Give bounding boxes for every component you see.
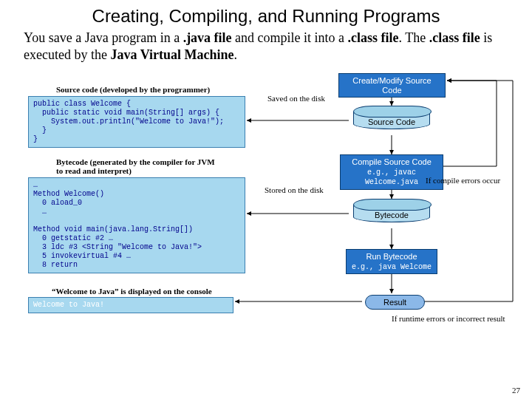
code-bytecode: … Method Welcome() 0 aload_0 … Method vo… [28,177,245,273]
cylinder-source: Source Code [353,106,430,129]
caption-bytecode: Bytecode (generated by the compiler for … [56,157,215,175]
note-stored: Stored on the disk [265,185,324,194]
caption-output: “Welcome to Java” is displayed on the co… [52,287,212,296]
step-run: Run Bytecode e.g., java Welcome [346,249,437,274]
step-result: Result [365,295,425,310]
code-source: public class Welcome { public static voi… [28,96,245,148]
intro-text: You save a Java program in a .java file … [24,30,508,63]
note-compile-error: If compile errors occur [426,176,500,185]
page-title: Creating, Compiling, and Running Program… [0,6,532,27]
note-saved: Saved on the disk [267,94,325,103]
caption-source: Source code (developed by the programmer… [56,85,210,94]
code-output: Welcome to Java! [28,297,233,313]
flowchart: Create/Modify Source Code Source Code Co… [0,67,532,392]
cylinder-bytecode: Bytecode [353,199,430,222]
note-runtime-error: If runtime errors or incorrect result [392,314,505,323]
page-number: 27 [512,386,520,395]
step-create: Create/Modify Source Code [338,73,446,98]
